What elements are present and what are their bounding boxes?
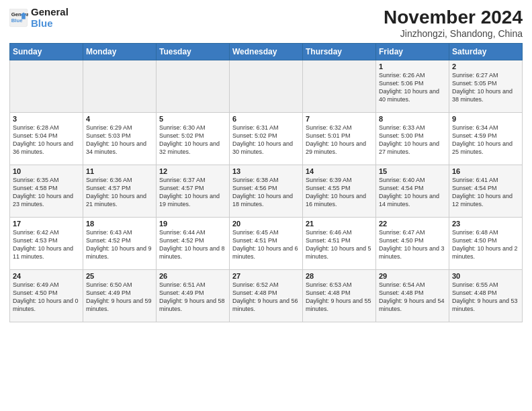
day-number: 29 [379, 272, 446, 280]
day-info: Sunrise: 6:46 AM Sunset: 4:51 PM Dayligh… [306, 228, 373, 261]
calendar-cell: 25Sunrise: 6:50 AM Sunset: 4:49 PM Dayli… [83, 270, 157, 322]
calendar-cell: 9Sunrise: 6:34 AM Sunset: 4:59 PM Daylig… [449, 113, 523, 165]
calendar-cell: 3Sunrise: 6:28 AM Sunset: 5:04 PM Daylig… [10, 113, 83, 165]
calendar-cell: 18Sunrise: 6:43 AM Sunset: 4:52 PM Dayli… [83, 218, 157, 270]
calendar-cell: 8Sunrise: 6:33 AM Sunset: 5:00 PM Daylig… [376, 113, 449, 165]
calendar-week-1: 1Sunrise: 6:26 AM Sunset: 5:06 PM Daylig… [10, 60, 523, 113]
day-number: 9 [452, 115, 519, 123]
calendar-cell: 12Sunrise: 6:37 AM Sunset: 4:57 PM Dayli… [157, 165, 230, 218]
calendar-cell [10, 60, 83, 113]
calendar-cell: 23Sunrise: 6:48 AM Sunset: 4:50 PM Dayli… [449, 218, 523, 270]
header-saturday: Saturday [449, 44, 523, 60]
page-subtitle: Jinzhongzi, Shandong, China [384, 28, 523, 39]
calendar-cell: 7Sunrise: 6:32 AM Sunset: 5:01 PM Daylig… [303, 113, 376, 165]
day-number: 6 [232, 115, 300, 123]
day-info: Sunrise: 6:47 AM Sunset: 4:50 PM Dayligh… [379, 228, 446, 261]
day-info: Sunrise: 6:35 AM Sunset: 4:58 PM Dayligh… [13, 176, 80, 209]
day-number: 25 [86, 272, 153, 280]
calendar-cell: 16Sunrise: 6:41 AM Sunset: 4:54 PM Dayli… [449, 165, 523, 218]
calendar-cell: 6Sunrise: 6:31 AM Sunset: 5:02 PM Daylig… [230, 113, 303, 165]
day-info: Sunrise: 6:48 AM Sunset: 4:50 PM Dayligh… [452, 228, 519, 261]
day-number: 15 [379, 167, 446, 175]
header-sunday: Sunday [10, 44, 83, 60]
day-number: 24 [13, 272, 80, 280]
day-number: 19 [159, 220, 226, 228]
calendar-cell: 2Sunrise: 6:27 AM Sunset: 5:05 PM Daylig… [449, 60, 523, 113]
calendar-cell: 11Sunrise: 6:36 AM Sunset: 4:57 PM Dayli… [83, 165, 157, 218]
calendar-cell: 20Sunrise: 6:45 AM Sunset: 4:51 PM Dayli… [230, 218, 303, 270]
calendar-week-4: 17Sunrise: 6:42 AM Sunset: 4:53 PM Dayli… [10, 218, 523, 270]
logo: General Blue General Blue [9, 7, 69, 29]
day-number: 12 [159, 167, 226, 175]
header: General Blue General Blue November 2024 … [9, 7, 523, 39]
calendar-week-5: 24Sunrise: 6:49 AM Sunset: 4:50 PM Dayli… [10, 270, 523, 322]
day-number: 7 [306, 115, 373, 123]
day-info: Sunrise: 6:39 AM Sunset: 4:55 PM Dayligh… [306, 176, 373, 209]
calendar-cell: 29Sunrise: 6:54 AM Sunset: 4:48 PM Dayli… [376, 270, 449, 322]
day-info: Sunrise: 6:29 AM Sunset: 5:03 PM Dayligh… [86, 124, 153, 156]
day-number: 18 [86, 220, 153, 228]
header-monday: Monday [83, 44, 157, 60]
calendar-cell: 17Sunrise: 6:42 AM Sunset: 4:53 PM Dayli… [10, 218, 83, 270]
day-info: Sunrise: 6:32 AM Sunset: 5:01 PM Dayligh… [306, 124, 373, 156]
calendar-week-3: 10Sunrise: 6:35 AM Sunset: 4:58 PM Dayli… [10, 165, 523, 218]
calendar-cell: 26Sunrise: 6:51 AM Sunset: 4:49 PM Dayli… [157, 270, 230, 322]
day-info: Sunrise: 6:36 AM Sunset: 4:57 PM Dayligh… [86, 176, 153, 209]
logo-text-blue: Blue [31, 18, 69, 30]
day-number: 23 [452, 220, 519, 228]
calendar-cell [157, 60, 230, 113]
day-info: Sunrise: 6:27 AM Sunset: 5:05 PM Dayligh… [452, 71, 519, 104]
main-container: General Blue General Blue November 2024 … [0, 0, 532, 328]
day-info: Sunrise: 6:52 AM Sunset: 4:48 PM Dayligh… [232, 281, 300, 314]
day-number: 16 [452, 167, 519, 175]
day-info: Sunrise: 6:33 AM Sunset: 5:00 PM Dayligh… [379, 124, 446, 156]
day-number: 1 [379, 62, 446, 71]
svg-text:Blue: Blue [11, 17, 23, 24]
day-info: Sunrise: 6:50 AM Sunset: 4:49 PM Dayligh… [86, 281, 153, 314]
day-info: Sunrise: 6:40 AM Sunset: 4:54 PM Dayligh… [379, 176, 446, 209]
day-number: 3 [13, 115, 80, 123]
calendar-cell: 30Sunrise: 6:55 AM Sunset: 4:48 PM Dayli… [449, 270, 523, 322]
calendar-table: SundayMondayTuesdayWednesdayThursdayFrid… [9, 43, 523, 322]
day-info: Sunrise: 6:26 AM Sunset: 5:06 PM Dayligh… [379, 71, 446, 104]
day-info: Sunrise: 6:30 AM Sunset: 5:02 PM Dayligh… [159, 124, 226, 156]
day-info: Sunrise: 6:53 AM Sunset: 4:48 PM Dayligh… [306, 281, 373, 314]
calendar-cell: 13Sunrise: 6:38 AM Sunset: 4:56 PM Dayli… [230, 165, 303, 218]
day-info: Sunrise: 6:43 AM Sunset: 4:52 PM Dayligh… [86, 228, 153, 261]
day-info: Sunrise: 6:38 AM Sunset: 4:56 PM Dayligh… [232, 176, 300, 209]
day-number: 2 [452, 62, 519, 71]
day-number: 26 [159, 272, 226, 280]
calendar-cell: 1Sunrise: 6:26 AM Sunset: 5:06 PM Daylig… [376, 60, 449, 113]
day-number: 13 [232, 167, 300, 175]
header-thursday: Thursday [303, 44, 376, 60]
day-info: Sunrise: 6:37 AM Sunset: 4:57 PM Dayligh… [159, 176, 226, 209]
calendar-cell [230, 60, 303, 113]
day-info: Sunrise: 6:41 AM Sunset: 4:54 PM Dayligh… [452, 176, 519, 209]
day-number: 10 [13, 167, 80, 175]
day-number: 11 [86, 167, 153, 175]
day-info: Sunrise: 6:34 AM Sunset: 4:59 PM Dayligh… [452, 124, 519, 156]
calendar-cell: 28Sunrise: 6:53 AM Sunset: 4:48 PM Dayli… [303, 270, 376, 322]
calendar-cell: 4Sunrise: 6:29 AM Sunset: 5:03 PM Daylig… [83, 113, 157, 165]
calendar-cell: 24Sunrise: 6:49 AM Sunset: 4:50 PM Dayli… [10, 270, 83, 322]
calendar-cell [83, 60, 157, 113]
day-info: Sunrise: 6:28 AM Sunset: 5:04 PM Dayligh… [13, 124, 80, 156]
day-info: Sunrise: 6:54 AM Sunset: 4:48 PM Dayligh… [379, 281, 446, 314]
logo-icon: General Blue [9, 9, 28, 28]
header-tuesday: Tuesday [157, 44, 230, 60]
page-title: November 2024 [384, 7, 523, 28]
day-info: Sunrise: 6:42 AM Sunset: 4:53 PM Dayligh… [13, 228, 80, 261]
calendar-cell: 21Sunrise: 6:46 AM Sunset: 4:51 PM Dayli… [303, 218, 376, 270]
day-info: Sunrise: 6:51 AM Sunset: 4:49 PM Dayligh… [159, 281, 226, 314]
calendar-cell: 19Sunrise: 6:44 AM Sunset: 4:52 PM Dayli… [157, 218, 230, 270]
day-info: Sunrise: 6:55 AM Sunset: 4:48 PM Dayligh… [452, 281, 519, 314]
day-number: 27 [232, 272, 300, 280]
calendar-cell: 14Sunrise: 6:39 AM Sunset: 4:55 PM Dayli… [303, 165, 376, 218]
day-number: 8 [379, 115, 446, 123]
calendar-cell: 15Sunrise: 6:40 AM Sunset: 4:54 PM Dayli… [376, 165, 449, 218]
title-block: November 2024 Jinzhongzi, Shandong, Chin… [384, 7, 523, 39]
header-wednesday: Wednesday [230, 44, 303, 60]
day-number: 20 [232, 220, 300, 228]
day-number: 22 [379, 220, 446, 228]
calendar-cell: 10Sunrise: 6:35 AM Sunset: 4:58 PM Dayli… [10, 165, 83, 218]
